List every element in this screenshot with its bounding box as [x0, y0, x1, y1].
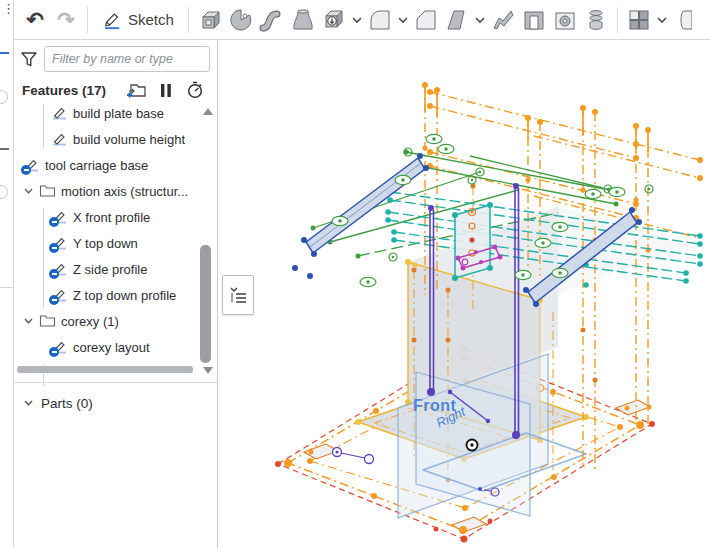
fillet-button[interactable]: [365, 3, 395, 37]
sweep-button[interactable]: [257, 3, 287, 37]
feature-label: Y top down: [73, 236, 138, 251]
feature-row-build-volume-height[interactable]: build volume height: [14, 126, 237, 152]
features-header-label: Features (17): [22, 83, 106, 98]
left-dock: ⋮: [0, 0, 14, 548]
helix-icon: [583, 7, 609, 33]
sketch-button[interactable]: Sketch: [94, 3, 182, 37]
sweep-icon: [259, 7, 285, 33]
feature-row-tool-carriage-base[interactable]: tool carriage base: [14, 152, 209, 178]
loft-icon: [290, 7, 316, 33]
feature-label: Z side profile: [73, 262, 147, 277]
loft-button[interactable]: [288, 3, 318, 37]
revolve-icon: [228, 7, 254, 33]
extrude-button[interactable]: [195, 3, 225, 37]
sketch-icon: [51, 261, 68, 277]
draft-button[interactable]: [442, 3, 472, 37]
rib-button[interactable]: [488, 3, 518, 37]
chevron-down-icon: [398, 16, 408, 24]
draft-dropdown[interactable]: [473, 3, 487, 37]
filter-row: [14, 44, 217, 74]
sketch-icon: [23, 157, 40, 173]
sketch-scene[interactable]: Front Right: [218, 40, 710, 548]
feature-label: build plate base: [73, 106, 164, 121]
thicken-button[interactable]: [319, 3, 349, 37]
drag-handle-icon[interactable]: ⋮: [2, 2, 14, 15]
chevron-down-icon: [23, 398, 34, 408]
parts-header-label: Parts (0): [41, 396, 93, 411]
scroll-down-arrow[interactable]: [203, 367, 213, 374]
graphics-viewport[interactable]: Front Right: [218, 40, 710, 548]
redo-button[interactable]: ↷: [51, 3, 81, 37]
sketch-icon: [51, 105, 68, 121]
feature-tree-panel: Features (17): [14, 40, 218, 548]
toolbar-divider: [617, 7, 618, 33]
feature-label: X front profile: [73, 210, 150, 225]
main-toolbar: ↶ ↷ Sketch: [14, 0, 710, 40]
pause-icon: [160, 83, 172, 98]
feature-row-corexy-folder[interactable]: corexy (1): [14, 308, 209, 334]
pattern-dropdown[interactable]: [655, 3, 669, 37]
rollback-timer-button[interactable]: [186, 81, 204, 99]
suppressed-badge: [49, 243, 59, 253]
origin-marker[interactable]: [467, 440, 478, 451]
partial-icon: [0, 52, 9, 54]
feature-label: build volume height: [73, 132, 185, 147]
feature-list-toggle-icon: [228, 285, 248, 305]
thicken-dropdown[interactable]: [350, 3, 364, 37]
feature-row-x-front-profile[interactable]: X front profile: [14, 204, 237, 230]
insert-into-folder-icon: [126, 82, 146, 99]
pattern-button[interactable]: [624, 3, 654, 37]
sketch-pencil-icon: [102, 10, 122, 30]
draft-icon: [444, 7, 470, 33]
horizontal-scrollbar[interactable]: [17, 366, 193, 373]
redo-icon: ↷: [57, 9, 75, 30]
extrude-icon: [197, 7, 223, 33]
partial-icon: [0, 90, 8, 104]
mirror-button[interactable]: [670, 3, 700, 37]
chevron-down-icon[interactable]: [23, 186, 34, 196]
sketch-label: Sketch: [128, 11, 174, 28]
sketch-icon: [51, 209, 68, 225]
stopwatch-icon: [186, 81, 204, 99]
revolve-button[interactable]: [226, 3, 256, 37]
parts-section-header[interactable]: Parts (0): [14, 390, 217, 416]
filter-input[interactable]: [44, 46, 210, 72]
sketch-icon: [51, 235, 68, 251]
chamfer-button[interactable]: [411, 3, 441, 37]
suppressed-badge: [49, 217, 59, 227]
chamfer-icon: [413, 7, 439, 33]
undo-icon: ↶: [26, 9, 44, 30]
fillet-dropdown[interactable]: [396, 3, 410, 37]
rib-icon: [490, 7, 516, 33]
suspend-rebuild-button[interactable]: [160, 83, 172, 98]
scroll-up-arrow[interactable]: [203, 108, 213, 115]
sketch-icon: [51, 339, 68, 355]
cad-app-window: ⋮ ↶ ↷ Sketch: [0, 0, 710, 548]
features-header: Features (17): [14, 78, 217, 102]
datum-planes[interactable]: [398, 354, 586, 518]
shell-button[interactable]: [519, 3, 549, 37]
dock-divider: [0, 287, 13, 288]
suppressed-badge: [49, 269, 59, 279]
pattern-icon: [626, 7, 652, 33]
undo-button[interactable]: ↶: [20, 3, 50, 37]
vertical-scrollbar-thumb[interactable]: [200, 245, 211, 363]
feature-label: corexy layout: [73, 340, 150, 355]
partial-icon: [0, 148, 9, 150]
filter-icon: [20, 51, 38, 68]
sketch-icon: [51, 131, 68, 147]
panel-toggle-button[interactable]: [222, 275, 254, 315]
hole-button[interactable]: [550, 3, 580, 37]
chevron-down-icon[interactable]: [23, 316, 34, 326]
insert-into-folder-button[interactable]: [126, 82, 146, 99]
helix-button[interactable]: [581, 3, 611, 37]
section-divider: [14, 382, 217, 383]
mirror-icon: [678, 7, 692, 33]
partial-icon: [0, 185, 8, 199]
chevron-down-icon: [657, 16, 667, 24]
sketch-icon: [51, 287, 68, 303]
suppressed-badge: [49, 295, 59, 305]
thicken-icon: [321, 7, 347, 33]
suppressed-badge: [49, 347, 59, 357]
feature-row-motion-axis-folder[interactable]: motion axis (structur...: [14, 178, 209, 204]
